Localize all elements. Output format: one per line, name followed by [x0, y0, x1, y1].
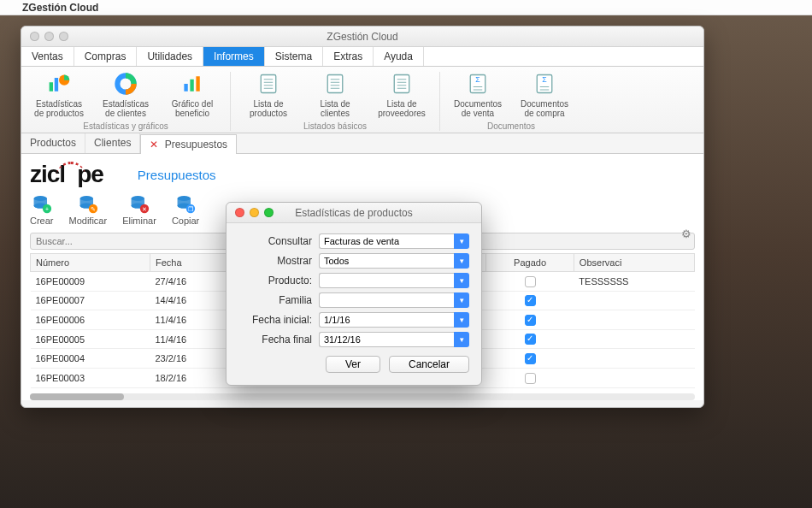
- combo-input[interactable]: [319, 292, 454, 308]
- cell: 11/4/16: [150, 310, 233, 330]
- cell: 18/2/16: [150, 368, 233, 387]
- chevron-down-icon[interactable]: ▾: [454, 332, 469, 347]
- copiar-button[interactable]: ❐Copiar: [172, 193, 199, 226]
- cell: 16PE00004: [31, 349, 150, 369]
- field-label: Fecha inicial:: [238, 314, 312, 326]
- tab-ayuda[interactable]: Ayuda: [374, 47, 424, 66]
- ribbon-label: Documentos de venta: [450, 99, 505, 118]
- chevron-down-icon[interactable]: ▾: [454, 312, 469, 328]
- cell: 11/4/16: [150, 329, 233, 349]
- combo-input[interactable]: [319, 273, 454, 288]
- list-doc-icon: [256, 72, 280, 96]
- checkbox-icon[interactable]: [525, 334, 536, 345]
- field-label: Consultar: [238, 235, 312, 247]
- doctab-presupuestos[interactable]: ✕ Presupuestos: [140, 134, 237, 154]
- document-tabs: ProductosClientes✕ Presupuestos: [21, 133, 703, 154]
- modificar-button[interactable]: ✎Modificar: [69, 193, 108, 226]
- col-n-mero[interactable]: Número: [31, 254, 150, 272]
- cell: TESSSSSS: [574, 272, 694, 292]
- tab-compras[interactable]: Compras: [74, 47, 138, 66]
- field-label: Fecha final: [238, 334, 312, 346]
- cell: [486, 329, 574, 349]
- combo-input[interactable]: [319, 253, 454, 269]
- horizontal-scrollbar[interactable]: [30, 393, 695, 400]
- svg-rect-0: [50, 82, 53, 92]
- tab-utilidades[interactable]: Utilidades: [137, 47, 203, 66]
- eliminar-button[interactable]: ✕Eliminar: [122, 193, 156, 226]
- checkbox-icon[interactable]: [525, 315, 536, 326]
- combo-input[interactable]: [319, 233, 454, 249]
- checkbox-icon[interactable]: [525, 295, 536, 306]
- col-observaci[interactable]: Observaci: [574, 254, 694, 272]
- chevron-down-icon[interactable]: ▾: [454, 292, 469, 308]
- tab-informes[interactable]: Informes: [203, 47, 265, 66]
- main-tabs: VentasComprasUtilidadesInformesSistemaEx…: [21, 47, 703, 67]
- field-label: Producto:: [238, 275, 312, 286]
- dialog-titlebar[interactable]: Estadísticas de productos: [227, 203, 481, 223]
- ribbon-group: Estadísticas de productosEstadísticas de…: [21, 72, 231, 131]
- tab-sistema[interactable]: Sistema: [265, 47, 323, 66]
- svg-rect-17: [394, 75, 409, 93]
- ribbon-group: Lista de productosLista de clientesLista…: [231, 72, 440, 131]
- tab-extras[interactable]: Extras: [323, 47, 374, 66]
- ribbon-lista-de-clientes[interactable]: Lista de clientes: [308, 72, 362, 118]
- ribbon-documentos-de-compra[interactable]: ΣDocumentos de compra: [517, 72, 572, 118]
- menubar-app-title[interactable]: ZGestión Cloud: [22, 2, 98, 14]
- chevron-down-icon[interactable]: ▾: [454, 273, 469, 288]
- svg-text:❐: ❐: [188, 206, 193, 212]
- dialog-field: Consultar▾: [238, 233, 469, 249]
- toolbar2-label: Crear: [30, 216, 54, 226]
- db-plus-icon: +: [32, 193, 52, 214]
- combo-input[interactable]: [319, 312, 454, 328]
- checkbox-icon[interactable]: [525, 276, 536, 287]
- ribbon-lista-de-productos[interactable]: Lista de productos: [241, 72, 296, 118]
- svg-text:Σ: Σ: [475, 75, 480, 84]
- checkbox-icon[interactable]: [525, 353, 536, 364]
- combo-fecha-inicial-: ▾: [319, 312, 469, 328]
- field-label: Mostrar: [238, 255, 312, 267]
- ribbon-documentos-de-venta[interactable]: ΣDocumentos de venta: [450, 72, 505, 118]
- checkbox-icon[interactable]: [525, 373, 536, 384]
- toolbar2-label: Copiar: [172, 216, 199, 226]
- db-pencil-icon: ✎: [78, 193, 98, 214]
- stats-dialog: Estadísticas de productos Consultar▾Most…: [226, 202, 482, 386]
- settings-icon[interactable]: ⚙: [681, 227, 691, 240]
- combo-fecha-final: ▾: [319, 332, 469, 347]
- close-tab-icon[interactable]: ✕: [150, 139, 158, 151]
- col-pagado[interactable]: Pagado: [486, 254, 574, 272]
- doc-sum-icon: Σ: [466, 72, 490, 96]
- ribbon-estad-sticas-de-productos[interactable]: Estadísticas de productos: [32, 72, 86, 118]
- field-label: Familia: [238, 294, 312, 306]
- toolbar2-label: Modificar: [69, 216, 108, 226]
- crear-button[interactable]: +Crear: [30, 193, 54, 226]
- window-titlebar[interactable]: ZGestión Cloud: [21, 27, 703, 47]
- col-fecha[interactable]: Fecha: [150, 254, 233, 272]
- db-x-icon: ✕: [129, 193, 150, 214]
- list-doc-icon: [390, 72, 414, 96]
- ribbon-lista-de-proveedores[interactable]: Lista de proveedores: [374, 72, 429, 118]
- ribbon-estad-sticas-de-clientes[interactable]: Estadísticas de clientes: [98, 72, 153, 118]
- chevron-down-icon[interactable]: ▾: [454, 233, 469, 249]
- doctab-productos[interactable]: Productos: [21, 133, 85, 153]
- ribbon-label: Estadísticas de clientes: [98, 99, 153, 118]
- cancelar-button[interactable]: Cancelar: [389, 356, 469, 373]
- window-title: ZGestión Cloud: [21, 31, 703, 43]
- dialog-field: Fecha inicial:▾: [238, 312, 469, 328]
- chevron-down-icon[interactable]: ▾: [454, 253, 469, 269]
- dialog-title: Estadísticas de productos: [227, 207, 481, 219]
- ribbon-label: Gráfico del beneficio: [165, 99, 220, 118]
- cell: [574, 291, 694, 310]
- svg-rect-1: [55, 78, 58, 92]
- dialog-field: Mostrar▾: [238, 253, 469, 269]
- cell: [486, 291, 574, 310]
- combo-input[interactable]: [319, 332, 454, 347]
- tab-ventas[interactable]: Ventas: [21, 47, 74, 66]
- dialog-field: Fecha final▾: [238, 332, 469, 347]
- ribbon-gr-fico-del-beneficio[interactable]: Gráfico del beneficio: [165, 72, 220, 118]
- ver-button[interactable]: Ver: [326, 356, 380, 373]
- svg-rect-6: [196, 76, 199, 92]
- cell: [486, 349, 574, 369]
- ribbon-label: Lista de proveedores: [374, 99, 429, 118]
- svg-rect-12: [327, 75, 343, 93]
- doctab-clientes[interactable]: Clientes: [85, 133, 140, 153]
